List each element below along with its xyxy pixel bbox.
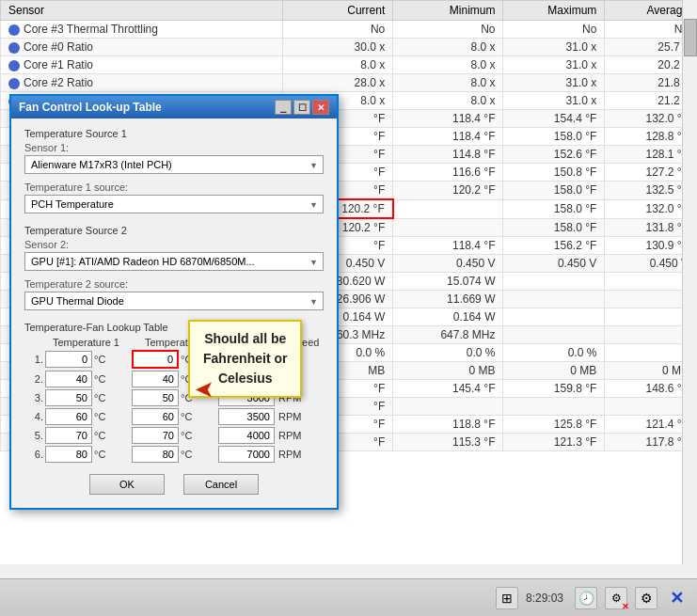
- temp1-input[interactable]: [45, 389, 92, 406]
- temp2-cell: °C: [132, 427, 216, 444]
- minimum-cell: 116.6 °F: [393, 164, 503, 182]
- sensor-cell: Core #0 Ratio: [1, 39, 283, 56]
- maximum-cell: No: [503, 21, 605, 39]
- maximum-cell: 154.4 °F: [503, 110, 605, 128]
- temp2-input[interactable]: [132, 427, 179, 444]
- temp1-source-dropdown[interactable]: PCH Temperature: [24, 195, 324, 213]
- maximize-button[interactable]: ☐: [293, 100, 310, 115]
- taskbar-close-icon[interactable]: ✕: [665, 587, 688, 609]
- temp1-cell: °C: [45, 427, 130, 444]
- col-maximum: Maximum: [503, 1, 605, 21]
- maximum-cell: [503, 273, 605, 291]
- speed-input[interactable]: [218, 427, 275, 444]
- temp2-input[interactable]: [132, 408, 179, 425]
- current-cell: No: [283, 21, 393, 39]
- temp2-input[interactable]: [132, 350, 179, 369]
- maximum-cell: 0.450 V: [503, 255, 605, 273]
- temp1-cell: °C: [45, 446, 130, 463]
- minimum-cell: 115.3 °F: [393, 434, 503, 451]
- maximum-cell: [503, 291, 605, 308]
- table-row: Core #2 Ratio28.0 x8.0 x31.0 x21.8 x: [1, 74, 697, 92]
- maximum-cell: 0.0 %: [503, 344, 605, 362]
- temp2-input[interactable]: [132, 371, 179, 387]
- taskbar-app-icon-wrapper: ⚙ ✕: [605, 587, 627, 609]
- maximum-cell: 150.8 °F: [503, 164, 605, 182]
- sensor2-label: Sensor 2:: [24, 239, 324, 250]
- dialog-content: Temperature Source 1 Sensor 1: Alienware…: [11, 118, 337, 508]
- scrollbar[interactable]: [682, 0, 697, 564]
- table-row: Core #3 Thermal ThrottlingNoNoNoNo: [1, 21, 697, 39]
- maximum-cell: 121.3 °F: [503, 434, 605, 451]
- temp2-cell: °C: [132, 446, 216, 463]
- maximum-cell: 158.0 °F: [503, 182, 605, 200]
- sensor2-dropdown[interactable]: GPU [#1]: ATI/AMD Radeon HD 6870M/6850M.…: [24, 252, 324, 271]
- maximum-cell: 31.0 x: [503, 39, 605, 56]
- minimum-cell: 15.074 W: [393, 273, 503, 291]
- temp1-input[interactable]: [45, 371, 92, 387]
- temp1-cell: °C: [45, 371, 130, 387]
- temp2-source-dropdown[interactable]: GPU Thermal Diode: [24, 292, 324, 310]
- fan-control-dialog: Fan Control Look-up Table ⎯ ☐ ✕ Temperat…: [9, 94, 339, 510]
- speed-cell: RPM: [218, 446, 322, 463]
- temp1-unit: °C: [94, 354, 105, 365]
- temp-source-1-label: Temperature Source 1: [24, 128, 324, 139]
- row-number: 6.: [24, 449, 43, 460]
- minimum-cell: 118.4 °F: [393, 110, 503, 128]
- close-button[interactable]: ✕: [312, 100, 329, 115]
- temp1-input[interactable]: [45, 408, 92, 425]
- maximum-cell: 31.0 x: [503, 56, 605, 74]
- table-row: Core #0 Ratio30.0 x8.0 x31.0 x25.7 x: [1, 39, 697, 56]
- taskbar-error-icon: ✕: [622, 602, 629, 611]
- row-number: 2.: [24, 373, 43, 385]
- current-cell: 30.0 x: [283, 39, 393, 56]
- sensor-cell: Core #3 Thermal Throttling: [1, 21, 283, 39]
- temp2-input[interactable]: [132, 446, 179, 463]
- maximum-cell: 125.8 °F: [503, 416, 605, 434]
- minimum-cell: 0.450 V: [393, 255, 503, 273]
- sensor-cell: Core #2 Ratio: [1, 74, 283, 92]
- temp1-unit: °C: [94, 411, 105, 422]
- speed-input[interactable]: [218, 408, 275, 425]
- row-number: 5.: [24, 430, 43, 441]
- current-cell: 28.0 x: [283, 74, 393, 92]
- taskbar-monitor-icon[interactable]: ⊞: [496, 587, 518, 609]
- col-sensor: Sensor: [1, 1, 283, 21]
- speed-cell: RPM: [218, 408, 322, 425]
- minimum-cell: 145.4 °F: [393, 380, 503, 398]
- temp-source-2-label: Temperature Source 2: [24, 225, 324, 236]
- minimum-cell: 0.164 W: [393, 308, 503, 326]
- scrollbar-thumb[interactable]: [684, 19, 697, 56]
- minimum-cell: 8.0 x: [393, 74, 503, 92]
- minimum-cell: [393, 398, 503, 416]
- maximum-cell: [503, 398, 605, 416]
- temp2-source-label: Temperature 2 source:: [24, 278, 324, 290]
- maximum-cell: 152.6 °F: [503, 146, 605, 164]
- col-header-temp1: Temperature 1: [49, 337, 139, 348]
- taskbar-settings-icon[interactable]: ⚙: [635, 587, 657, 609]
- temp1-input[interactable]: [45, 446, 92, 463]
- minimum-cell: 11.669 W: [393, 291, 503, 308]
- speed-input[interactable]: [218, 446, 275, 463]
- cancel-button[interactable]: Cancel: [183, 474, 259, 495]
- maximum-cell: 158.0 °F: [503, 128, 605, 146]
- temp1-cell: °C: [45, 389, 130, 406]
- ok-button[interactable]: OK: [89, 474, 165, 495]
- sensor1-dropdown[interactable]: Alienware M17xR3 (Intel PCH): [24, 155, 324, 174]
- temp1-input[interactable]: [45, 351, 92, 368]
- sensor1-label: Sensor 1:: [24, 142, 324, 153]
- row-number: 1.: [24, 354, 43, 365]
- lookup-row: 5. °C °C RPM: [24, 427, 324, 444]
- temp1-input[interactable]: [45, 427, 92, 444]
- temp2-input[interactable]: [132, 389, 179, 406]
- minimum-cell: 118.8 °F: [393, 416, 503, 434]
- taskbar: ⊞ 8:29:03 🕗 ⚙ ✕ ⚙ ✕: [0, 578, 697, 616]
- lookup-row: 4. °C °C RPM: [24, 408, 324, 425]
- maximum-cell: 31.0 x: [503, 92, 605, 110]
- temp1-unit: °C: [94, 449, 105, 460]
- minimize-button[interactable]: ⎯: [275, 100, 292, 115]
- minimum-cell: 118.4 °F: [393, 128, 503, 146]
- temp1-unit: °C: [94, 430, 105, 441]
- maximum-cell: 156.2 °F: [503, 237, 605, 255]
- minimum-cell: No: [393, 21, 503, 39]
- taskbar-clock-icon[interactable]: 🕗: [575, 587, 597, 609]
